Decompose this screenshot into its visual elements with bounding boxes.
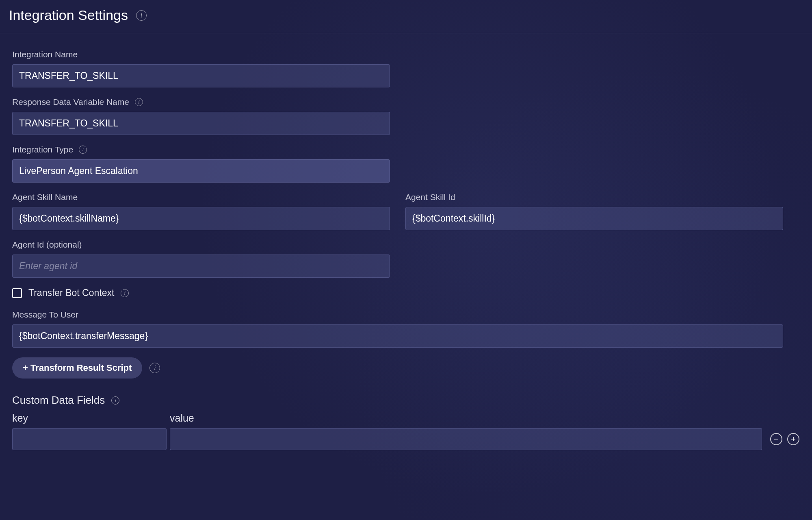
custom-data-fields-header: Custom Data Fields i	[12, 394, 800, 407]
page-header: Integration Settings i	[0, 0, 812, 33]
integration-type-group: Integration Type i LivePerson Agent Esca…	[12, 145, 390, 183]
message-to-user-group: Message To User	[12, 310, 783, 348]
integration-name-group: Integration Name	[12, 50, 390, 87]
message-to-user-label: Message To User	[12, 310, 78, 320]
agent-skill-id-label: Agent Skill Id	[405, 192, 455, 202]
transfer-bot-context-row: Transfer Bot Context i	[12, 287, 800, 298]
response-data-variable-name-label: Response Data Variable Name	[12, 97, 129, 107]
custom-data-fields-title: Custom Data Fields	[12, 394, 105, 407]
agent-skill-id-input[interactable]	[405, 207, 783, 230]
remove-row-button[interactable]	[770, 433, 782, 445]
info-icon[interactable]: i	[111, 396, 119, 405]
minus-icon	[773, 436, 779, 442]
response-data-variable-name-input[interactable]	[12, 112, 390, 135]
integration-name-input[interactable]	[12, 64, 390, 87]
agent-skill-name-input[interactable]	[12, 207, 390, 230]
page-title: Integration Settings	[9, 7, 128, 23]
info-icon[interactable]: i	[121, 289, 129, 297]
add-row-button[interactable]	[787, 433, 799, 445]
agent-id-group: Agent Id (optional)	[12, 240, 390, 278]
plus-icon	[790, 436, 796, 442]
agent-skill-name-label: Agent Skill Name	[12, 192, 78, 202]
response-data-variable-name-group: Response Data Variable Name i	[12, 97, 390, 135]
info-icon[interactable]: i	[149, 363, 160, 373]
info-icon[interactable]: i	[136, 10, 147, 21]
agent-id-input[interactable]	[12, 255, 390, 278]
custom-data-field-row: key value	[12, 412, 800, 450]
message-to-user-input[interactable]	[12, 324, 783, 348]
custom-data-value-input[interactable]	[170, 428, 762, 450]
agent-skill-name-group: Agent Skill Name	[12, 192, 390, 230]
custom-data-key-input[interactable]	[12, 428, 167, 450]
info-icon[interactable]: i	[79, 146, 87, 154]
info-icon[interactable]: i	[135, 98, 143, 106]
integration-name-label: Integration Name	[12, 50, 78, 59]
transform-result-script-row: + Transform Result Script i	[12, 357, 800, 379]
agent-id-label: Agent Id (optional)	[12, 240, 82, 250]
agent-skill-id-group: Agent Skill Id	[405, 192, 783, 230]
integration-type-label: Integration Type	[12, 145, 73, 154]
integration-type-select[interactable]: LivePerson Agent Escalation	[12, 159, 390, 183]
form-content: Integration Name Response Data Variable …	[0, 33, 812, 466]
custom-data-value-header: value	[170, 412, 762, 424]
transfer-bot-context-checkbox[interactable]	[12, 288, 22, 298]
transfer-bot-context-label: Transfer Bot Context	[28, 287, 114, 298]
custom-data-key-header: key	[12, 412, 167, 424]
transform-result-script-button[interactable]: + Transform Result Script	[12, 357, 142, 379]
